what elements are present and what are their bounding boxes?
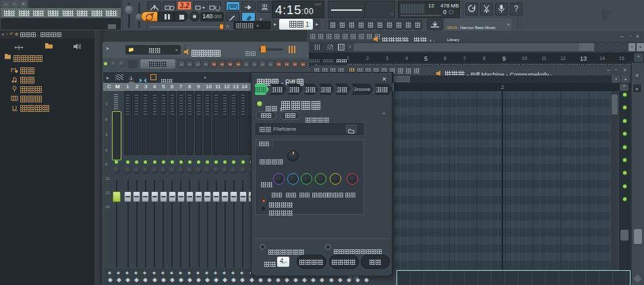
svg-text:?: ? (514, 4, 519, 13)
